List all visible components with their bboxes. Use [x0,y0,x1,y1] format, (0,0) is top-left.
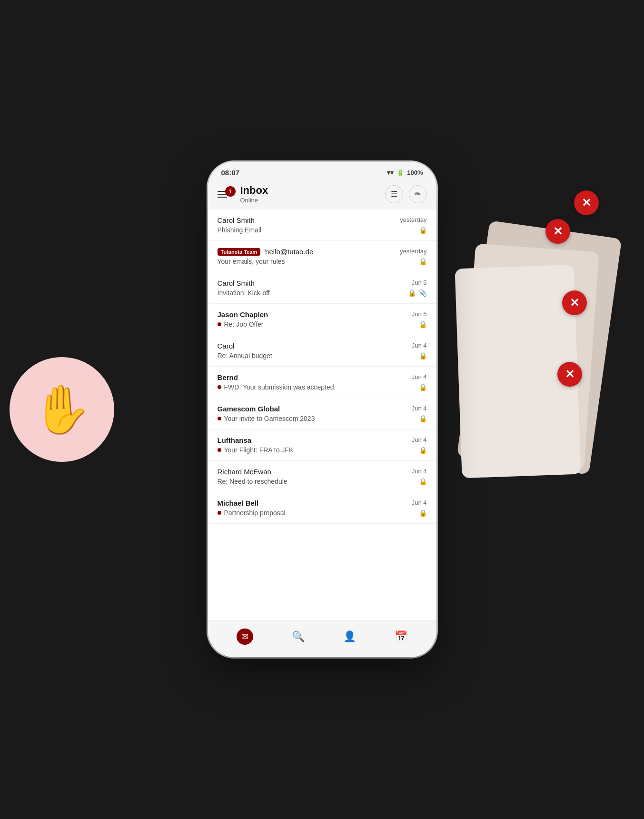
email-row-7: Lufthansa Jun 4 [218,436,427,444]
email-date-3: Jun 5 [412,310,427,318]
email-preview-row-6: Your invite to Gamescom 2023 🔒 [218,415,427,422]
email-row-2: Carol Smith Jun 5 [218,279,427,287]
delete-button-3[interactable]: ✕ [562,290,587,315]
lock-icon-1: 🔒 [419,258,427,265]
status-icons: ▾▾ 🔋 100% [387,169,423,176]
email-sender-8: Richard McEwan [218,468,271,476]
filter-icon: ☰ [391,190,397,199]
email-item-5[interactable]: Bernd Jun 4 FWD: Your submission was acc… [208,367,436,398]
email-preview-row-9: Partnership proposal 🔒 [218,509,427,517]
nav-item-search[interactable]: 🔍 [284,628,312,646]
nav-item-contacts[interactable]: 👤 [336,628,364,646]
hand-icon: ✋ [32,381,92,438]
unread-dot-7 [218,448,221,452]
email-sender-3: Jason Chaplen [218,310,268,319]
email-date-1: yesterday [400,248,426,255]
email-icons-6: 🔒 [419,415,427,422]
email-icons-0: 🔒 [419,226,427,234]
email-icons-4: 🔒 [419,352,427,360]
app-header: 1 Inbox Online ☰ ✏ [208,180,436,210]
nav-item-calendar[interactable]: 📅 [387,628,415,646]
delete-button-4[interactable]: ✕ [557,362,582,387]
nav-item-mail[interactable]: ✉ [229,626,261,648]
email-sender-7: Lufthansa [218,436,252,444]
email-row-6: Gamescom Global Jun 4 [218,405,427,413]
header-left: 1 Inbox Online [218,184,385,204]
email-item-4[interactable]: Carol Jun 4 Re: Annual budget 🔒 [208,335,436,367]
email-preview-row-2: Invitation: Kick-off 🔒 📎 [218,289,427,297]
email-date-7: Jun 4 [412,436,427,443]
compose-button[interactable]: ✏ [409,185,427,203]
email-row-0: Carol Smith yesterday [218,216,427,224]
email-row-5: Bernd Jun 4 [218,373,427,381]
email-row-8: Richard McEwan Jun 4 [218,468,427,476]
attach-icon-2: 📎 [419,289,427,297]
hand-background: ✋ [10,357,114,462]
email-sender-6: Gamescom Global [218,405,280,413]
delete-button-1[interactable]: ✕ [574,190,599,215]
email-item-0[interactable]: Carol Smith yesterday Phishing Email 🔒 [208,210,436,241]
email-subject-2: Invitation: Kick-off [218,289,408,297]
battery-percent: 100% [407,169,423,176]
lock-icon-5: 🔒 [419,383,427,391]
unread-dot-6 [218,417,221,420]
email-subject-8: Re: Need to reschedule [218,478,419,485]
email-icons-8: 🔒 [419,478,427,485]
email-subject-3: Re: Job Offer [218,320,419,328]
lock-icon-9: 🔒 [419,509,427,517]
wifi-icon: ▾▾ [387,169,394,176]
email-preview-row-5: FWD: Your submission was accepted. 🔒 [218,383,427,391]
email-sender-5: Bernd [218,373,238,381]
email-icons-7: 🔒 [419,446,427,454]
unread-dot-5 [218,385,221,389]
email-item-7[interactable]: Lufthansa Jun 4 Your Flight: FRA to JFK … [208,429,436,461]
filter-button[interactable]: ☰ [385,185,403,203]
lock-icon-8: 🔒 [419,478,427,485]
lock-icon-6: 🔒 [419,415,427,422]
email-item-8[interactable]: Richard McEwan Jun 4 Re: Need to resched… [208,461,436,492]
email-row-3: Jason Chaplen Jun 5 [218,310,427,319]
email-date-2: Jun 5 [412,279,427,286]
contacts-icon: 👤 [343,630,356,643]
email-icons-5: 🔒 [419,383,427,391]
email-preview-row-4: Re: Annual budget 🔒 [218,352,427,360]
email-sender-4: Carol [218,342,235,350]
compose-icon: ✏ [415,190,421,199]
email-row-9: Michael Bell Jun 4 [218,499,427,507]
email-subject-0: Phishing Email [218,226,419,234]
delete-button-2[interactable]: ✕ [545,219,570,244]
email-row-4: Carol Jun 4 [218,342,427,350]
email-row-1: Tutanota Team hello@tutao.de yesterday [218,248,427,256]
tutanota-badge: Tutanota Team [218,248,261,256]
battery-icon: 🔋 [396,169,404,176]
lock-icon-2: 🔒 [408,289,416,297]
email-preview-row-8: Re: Need to reschedule 🔒 [218,478,427,485]
scene: ✋ ✕ ✕ ✕ ✕ 08:07 ▾▾ 🔋 100% [0,0,644,819]
email-item-6[interactable]: Gamescom Global Jun 4 Your invite to Gam… [208,398,436,429]
email-icons-1: 🔒 [419,258,427,265]
email-date-9: Jun 4 [412,499,427,506]
email-item-1[interactable]: Tutanota Team hello@tutao.de yesterday Y… [208,241,436,272]
mail-icon: ✉ [237,629,253,645]
email-icons-3: 🔒 [419,320,427,328]
email-date-0: yesterday [400,216,426,223]
email-icons-2: 🔒 📎 [408,289,427,297]
email-item-2[interactable]: Carol Smith Jun 5 Invitation: Kick-off 🔒… [208,272,436,304]
notification-badge: 1 [225,186,236,197]
sender-with-badge-1: Tutanota Team hello@tutao.de [218,248,314,256]
phone: 08:07 ▾▾ 🔋 100% 1 [208,162,436,657]
email-icons-9: 🔒 [419,509,427,517]
email-item-3[interactable]: Jason Chaplen Jun 5 Re: Job Offer 🔒 [208,304,436,335]
header-title: Inbox [240,184,268,197]
email-subject-6: Your invite to Gamescom 2023 [218,415,419,422]
lock-icon-4: 🔒 [419,352,427,360]
lock-icon-7: 🔒 [419,446,427,454]
email-preview-row-7: Your Flight: FRA to JFK 🔒 [218,446,427,454]
email-subject-4: Re: Annual budget [218,352,419,360]
email-item-9[interactable]: Michael Bell Jun 4 Partnership proposal … [208,492,436,524]
email-subject-9: Partnership proposal [218,509,419,517]
header-title-group: Inbox Online [240,184,268,204]
bottom-nav: ✉ 🔍 👤 📅 [208,620,436,657]
email-date-5: Jun 4 [412,373,427,380]
email-preview-row-3: Re: Job Offer 🔒 [218,320,427,328]
